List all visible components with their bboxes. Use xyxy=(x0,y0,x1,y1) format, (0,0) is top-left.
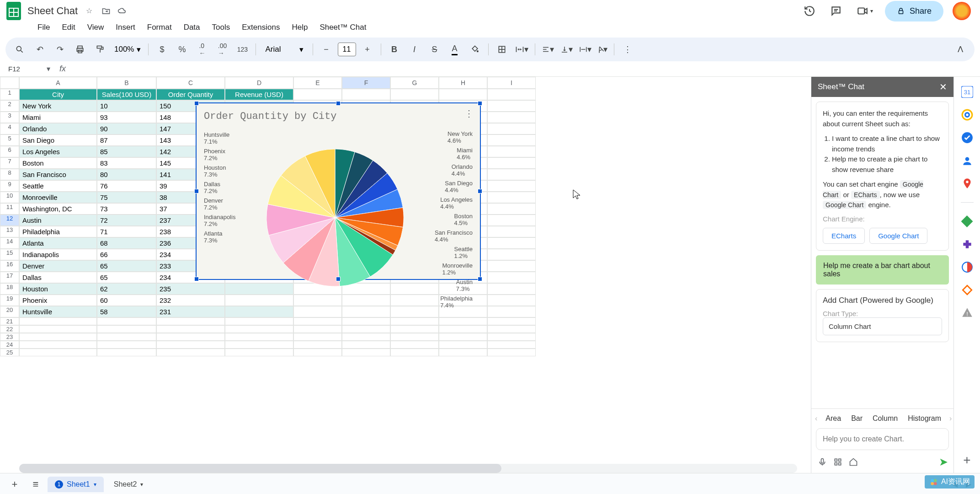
cell[interactable] xyxy=(487,237,536,249)
cell[interactable]: Huntsville xyxy=(19,306,97,317)
row-header[interactable]: 11 xyxy=(0,203,19,215)
cell[interactable] xyxy=(487,317,536,325)
cell[interactable]: 90 xyxy=(97,123,156,134)
cell[interactable] xyxy=(156,325,225,333)
addon-icon-1[interactable] xyxy=(961,215,973,227)
more-formats-icon[interactable]: 123 xyxy=(234,41,251,58)
cell[interactable] xyxy=(293,333,342,341)
cell[interactable] xyxy=(487,349,536,356)
cell[interactable]: 10 xyxy=(97,100,156,112)
increase-decimal-icon[interactable]: .00→ xyxy=(213,41,231,58)
row-header[interactable]: 21 xyxy=(0,317,19,325)
percent-icon[interactable]: % xyxy=(173,41,191,58)
cell[interactable] xyxy=(156,317,225,325)
row-header[interactable]: 2 xyxy=(0,100,19,112)
col-header[interactable]: C xyxy=(156,77,225,89)
row-header[interactable]: 12 xyxy=(0,215,19,226)
cell[interactable] xyxy=(390,333,439,341)
cell[interactable] xyxy=(487,249,536,260)
cell[interactable] xyxy=(293,349,342,356)
sheets-logo-icon[interactable] xyxy=(5,2,23,20)
cell[interactable]: Revenue (USD) xyxy=(225,89,293,100)
collapse-toolbar-icon[interactable]: ᐱ xyxy=(952,41,969,58)
row-header[interactable]: 9 xyxy=(0,180,19,192)
cell[interactable] xyxy=(487,123,536,134)
cell[interactable]: 73 xyxy=(97,203,156,215)
grid-view-icon[interactable] xyxy=(832,456,843,467)
cell[interactable] xyxy=(19,341,97,349)
menu-edit[interactable]: Edit xyxy=(56,20,80,35)
chat-input[interactable] xyxy=(816,429,948,450)
all-sheets-icon[interactable]: ≡ xyxy=(27,475,45,494)
cell[interactable] xyxy=(225,333,293,341)
row-header[interactable]: 6 xyxy=(0,146,19,157)
cell[interactable] xyxy=(225,349,293,356)
cell[interactable] xyxy=(156,333,225,341)
engine-button[interactable]: Google Chart xyxy=(869,228,927,244)
formula-bar[interactable] xyxy=(70,65,980,73)
cell[interactable] xyxy=(390,341,439,349)
row-header[interactable]: 20 xyxy=(0,306,19,317)
row-header[interactable]: 3 xyxy=(0,112,19,123)
row-header[interactable]: 23 xyxy=(0,333,19,341)
chart-type-option[interactable]: Bar xyxy=(851,414,863,423)
cell[interactable] xyxy=(487,325,536,333)
cell[interactable]: Austin xyxy=(19,215,97,226)
cell[interactable] xyxy=(487,203,536,215)
text-color-icon[interactable]: A xyxy=(446,41,463,58)
cell[interactable]: Boston xyxy=(19,157,97,169)
cell[interactable] xyxy=(487,169,536,180)
col-header[interactable]: G xyxy=(390,77,439,89)
cell[interactable] xyxy=(390,325,439,333)
cell[interactable] xyxy=(487,192,536,203)
calendar-icon[interactable]: 31 xyxy=(961,86,973,98)
fill-color-icon[interactable] xyxy=(466,41,484,58)
col-header[interactable]: H xyxy=(439,77,487,89)
chart-type-option[interactable]: Histogram xyxy=(908,414,941,423)
undo-icon[interactable]: ↶ xyxy=(31,41,48,58)
type-next-icon[interactable]: › xyxy=(949,414,952,423)
row-header[interactable]: 8 xyxy=(0,169,19,180)
cell[interactable] xyxy=(19,333,97,341)
embedded-chart[interactable]: ⋮ Order Quantity by City Huntsville7.1%P… xyxy=(196,102,481,280)
cell[interactable] xyxy=(342,333,390,341)
sheet-tab[interactable]: 1Sheet1▾ xyxy=(48,477,104,492)
cell[interactable]: San Diego xyxy=(19,134,97,146)
cell[interactable] xyxy=(487,306,536,317)
cell[interactable] xyxy=(487,180,536,192)
share-button[interactable]: Share xyxy=(885,1,943,21)
horizontal-scrollbar[interactable] xyxy=(19,464,797,473)
cell[interactable] xyxy=(439,317,487,325)
cell[interactable]: 83 xyxy=(97,157,156,169)
cell[interactable]: 75 xyxy=(97,192,156,203)
row-header[interactable]: 13 xyxy=(0,226,19,237)
rail-add-icon[interactable]: + xyxy=(963,453,970,467)
cell[interactable]: 60 xyxy=(97,295,156,306)
row-header[interactable]: 14 xyxy=(0,237,19,249)
cloud-saved-icon[interactable] xyxy=(117,6,126,16)
type-prev-icon[interactable]: ‹ xyxy=(815,414,817,423)
wrap-icon[interactable]: ▾ xyxy=(577,41,593,58)
cell[interactable] xyxy=(390,349,439,356)
cell[interactable]: Seattle xyxy=(19,180,97,192)
cell[interactable] xyxy=(97,341,156,349)
cell[interactable] xyxy=(487,341,536,349)
vertical-align-icon[interactable]: ▾ xyxy=(559,41,575,58)
cell[interactable]: 87 xyxy=(97,134,156,146)
cell[interactable]: Phoenix xyxy=(19,295,97,306)
cell[interactable] xyxy=(225,325,293,333)
cell[interactable] xyxy=(293,317,342,325)
maps-icon[interactable] xyxy=(961,177,973,189)
close-panel-icon[interactable]: ✕ xyxy=(939,81,947,92)
menu-help[interactable]: Help xyxy=(286,20,313,35)
cell[interactable]: 68 xyxy=(97,237,156,249)
cell[interactable]: New York xyxy=(19,100,97,112)
engine-button[interactable]: ECharts xyxy=(823,228,865,244)
cell[interactable] xyxy=(487,157,536,169)
cell[interactable] xyxy=(439,325,487,333)
sheet-tab[interactable]: Sheet2▾ xyxy=(107,477,151,492)
tasks-icon[interactable] xyxy=(961,132,973,144)
cell[interactable] xyxy=(225,317,293,325)
menu-format[interactable]: Format xyxy=(142,20,177,35)
cell[interactable] xyxy=(487,100,536,112)
